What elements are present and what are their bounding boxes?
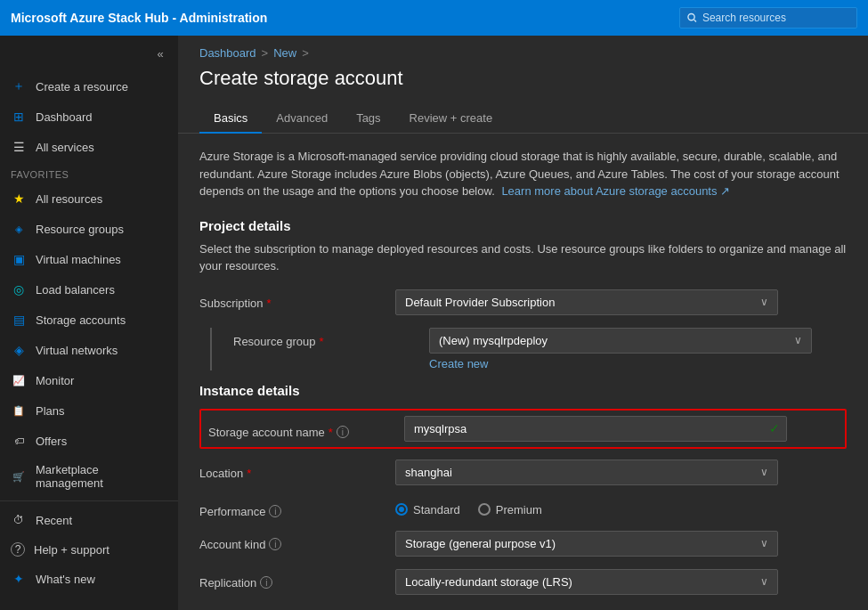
recent-icon: ⏱ <box>11 512 27 528</box>
vnet-icon: ◈ <box>11 342 27 358</box>
search-input[interactable] <box>702 12 849 24</box>
chevron-down-icon: ∨ <box>794 334 802 346</box>
valid-check-icon: ✓ <box>769 421 780 435</box>
offers-icon: 🏷 <box>11 433 27 449</box>
plus-icon: ＋ <box>11 78 27 94</box>
content-area: Azure Storage is a Microsoft-managed ser… <box>178 148 868 595</box>
performance-control: Standard Premium <box>395 498 778 516</box>
lb-icon: ◎ <box>11 281 27 297</box>
search-box[interactable] <box>679 7 857 28</box>
sidebar-item-label: Virtual machines <box>36 253 121 266</box>
svg-line-1 <box>694 20 696 21</box>
sidebar-item-label: Marketplace management <box>36 463 167 490</box>
instance-details-title: Instance details <box>199 383 847 398</box>
chevron-down-icon: ∨ <box>760 466 768 478</box>
resource-groups-icon: ◈ <box>11 221 27 237</box>
tab-basics[interactable]: Basics <box>199 104 262 134</box>
sidebar-item-all-resources[interactable]: ★ All resources <box>0 183 178 214</box>
location-label: Location * <box>199 460 395 480</box>
sidebar-item-storage-accounts[interactable]: ▤ Storage accounts <box>0 305 178 335</box>
vm-icon: ▣ <box>11 251 27 267</box>
account-kind-row: Account kind i Storage (general purpose … <box>199 531 847 557</box>
sidebar-item-label: Offers <box>36 435 67 448</box>
sidebar-item-label: Storage accounts <box>36 313 126 327</box>
breadcrumb: Dashboard > New > <box>178 36 868 63</box>
subscription-control: Default Provider Subscription ∨ <box>395 289 778 315</box>
app-title: Microsoft Azure Stack Hub - Administrati… <box>11 11 679 25</box>
sidebar-item-label: Create a resource <box>36 80 128 94</box>
sidebar-collapse-button[interactable]: « <box>150 43 171 64</box>
sidebar-item-help-support[interactable]: ? Help + support <box>0 535 178 564</box>
storage-account-name-input[interactable] <box>404 416 787 442</box>
resource-group-select[interactable]: (New) mysqlrpdeploy ∨ <box>429 328 812 354</box>
monitor-icon: 📈 <box>11 372 27 388</box>
replication-select[interactable]: Locally-redundant storage (LRS) ∨ <box>395 569 778 595</box>
storage-account-name-label: Storage account name * i <box>208 419 404 439</box>
sidebar-item-offers[interactable]: 🏷 Offers <box>0 426 178 456</box>
sidebar-item-virtual-machines[interactable]: ▣ Virtual machines <box>0 244 178 274</box>
sidebar-item-recent[interactable]: ⏱ Recent <box>0 505 178 535</box>
location-select[interactable]: shanghai ∨ <box>395 460 778 485</box>
breadcrumb-sep1: > <box>262 46 269 60</box>
sidebar-item-resource-groups[interactable]: ◈ Resource groups <box>0 214 178 244</box>
chevron-down-icon: ∨ <box>760 296 768 308</box>
tab-tags[interactable]: Tags <box>342 104 394 134</box>
sidebar-item-whats-new[interactable]: ✦ What's new <box>0 564 178 594</box>
marketplace-icon: 🛒 <box>11 468 27 484</box>
account-kind-select[interactable]: Storage (general purpose v1) ∨ <box>395 531 778 557</box>
tab-advanced[interactable]: Advanced <box>262 104 342 134</box>
storage-account-name-control: ✓ <box>404 416 787 442</box>
new-icon: ✦ <box>11 571 27 587</box>
tabs-bar: Basics Advanced Tags Review + create <box>178 104 868 134</box>
info-icon-account-kind[interactable]: i <box>269 538 281 550</box>
sidebar-item-label: Dashboard <box>36 110 93 124</box>
sidebar: « ＋ Create a resource ⊞ Dashboard ☰ All … <box>0 36 178 610</box>
sidebar-item-dashboard[interactable]: ⊞ Dashboard <box>0 102 178 132</box>
sidebar-item-plans[interactable]: 📋 Plans <box>0 395 178 426</box>
breadcrumb-dashboard[interactable]: Dashboard <box>199 46 256 60</box>
sidebar-item-load-balancers[interactable]: ◎ Load balancers <box>0 274 178 305</box>
location-control: shanghai ∨ <box>395 460 778 485</box>
list-icon: ☰ <box>11 139 27 155</box>
performance-premium-option[interactable]: Premium <box>478 503 542 516</box>
instance-details-section: Instance details Storage account name * … <box>199 383 847 595</box>
info-icon-storage-name[interactable]: i <box>337 426 349 438</box>
sidebar-item-all-services[interactable]: ☰ All services <box>0 132 178 162</box>
breadcrumb-new[interactable]: New <box>273 46 296 60</box>
help-icon: ? <box>11 542 25 557</box>
performance-standard-option[interactable]: Standard <box>395 503 460 516</box>
sidebar-item-label: Resource groups <box>36 223 124 236</box>
resource-group-control: (New) mysqlrpdeploy ∨ Create new <box>429 328 812 370</box>
replication-label: Replication i <box>199 569 395 590</box>
radio-standard-circle <box>395 503 408 516</box>
sidebar-item-label: Virtual networks <box>36 344 118 357</box>
resource-group-label: Resource group * <box>233 328 429 348</box>
dashboard-icon: ⊞ <box>11 109 27 125</box>
sidebar-item-label: All resources <box>36 192 102 206</box>
storage-icon: ▤ <box>11 312 27 328</box>
sidebar-item-virtual-networks[interactable]: ◈ Virtual networks <box>0 335 178 365</box>
chevron-down-icon: ∨ <box>760 575 768 588</box>
topbar: Microsoft Azure Stack Hub - Administrati… <box>0 0 868 36</box>
resource-group-row: Resource group * (New) mysqlrpdeploy ∨ C… <box>210 328 847 370</box>
sidebar-item-label: What's new <box>36 573 95 586</box>
search-icon <box>687 12 697 23</box>
subscription-label: Subscription * <box>199 289 395 310</box>
location-row: Location * shanghai ∨ <box>199 460 847 485</box>
chevron-down-icon: ∨ <box>760 537 768 549</box>
create-new-link[interactable]: Create new <box>429 357 488 370</box>
sidebar-item-label: Load balancers <box>36 283 115 297</box>
sidebar-item-label: All services <box>36 141 94 154</box>
sidebar-item-label: Monitor <box>36 374 74 387</box>
sidebar-item-monitor[interactable]: 📈 Monitor <box>0 365 178 395</box>
tab-review-create[interactable]: Review + create <box>395 104 507 134</box>
project-details-desc: Select the subscription to manage deploy… <box>199 240 847 275</box>
sidebar-item-create-resource[interactable]: ＋ Create a resource <box>0 71 178 102</box>
radio-premium-circle <box>478 503 491 516</box>
info-icon-performance[interactable]: i <box>269 505 281 517</box>
sidebar-item-marketplace-management[interactable]: 🛒 Marketplace management <box>0 456 178 497</box>
subscription-select[interactable]: Default Provider Subscription ∨ <box>395 289 778 315</box>
learn-more-link[interactable]: Learn more about Azure storage accounts … <box>501 184 730 198</box>
account-kind-control: Storage (general purpose v1) ∨ <box>395 531 778 557</box>
info-icon-replication[interactable]: i <box>260 576 272 589</box>
